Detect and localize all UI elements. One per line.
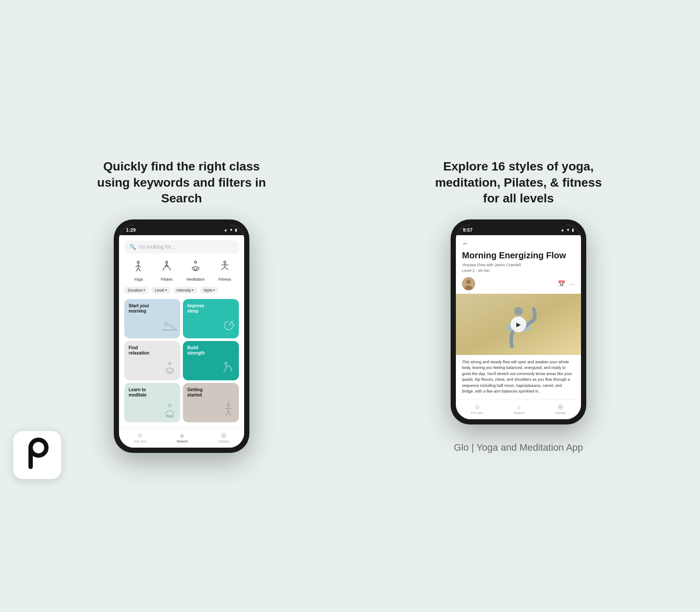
left-bottom-nav: ☺ For you ⌕ Search ◎ Library — [119, 428, 244, 448]
right-phone-screen: 9:57 ▲ ▼ ▮ ← Morning Energizing Flow Vin… — [456, 225, 581, 419]
wifi-icon: ▼ — [229, 228, 233, 232]
right-search-nav-icon: ⌕ — [517, 403, 521, 410]
card-build-strength-icon — [220, 360, 236, 378]
card-getting-started[interactable]: Gettingstarted — [183, 383, 239, 422]
filter-row: Duration Level Intensity Style — [124, 287, 239, 294]
card-find-relaxation-icon — [162, 360, 178, 378]
card-improve-sleep-title: Improvesleep — [187, 303, 234, 314]
category-yoga[interactable]: Yoga — [130, 259, 147, 282]
svg-point-0 — [137, 261, 140, 264]
search-input[interactable]: I'm looking for... — [139, 244, 175, 250]
calendar-icon[interactable]: 📅 — [558, 280, 565, 287]
svg-text:✦: ✦ — [233, 324, 235, 327]
search-bar[interactable]: 🔍 I'm looking for... — [124, 240, 239, 254]
right-status-bar: 9:57 ▲ ▼ ▮ — [456, 225, 581, 235]
filter-level[interactable]: Level — [151, 287, 171, 294]
instructor-avatar — [462, 277, 475, 290]
svg-point-23 — [227, 403, 229, 406]
svg-line-5 — [138, 268, 140, 271]
svg-point-8 — [195, 261, 197, 264]
class-description: This strong and steady flow will open an… — [456, 355, 581, 399]
class-thumbnail[interactable]: ▶ — [456, 294, 581, 355]
card-find-relaxation-title: Findrelaxation — [129, 345, 176, 356]
left-section: Quickly find the right class using keywo… — [22, 159, 341, 453]
fitness-icon — [217, 259, 233, 275]
svg-point-6 — [166, 261, 168, 264]
search-bar-icon: 🔍 — [130, 244, 136, 250]
card-improve-sleep[interactable]: Improvesleep ✦ ✦ ✦ — [183, 299, 239, 338]
app-icon — [13, 431, 61, 479]
card-start-morning-title: Start yourmorning — [129, 303, 176, 314]
filter-duration[interactable]: Duration — [124, 287, 149, 294]
card-start-morning[interactable]: Start yourmorning — [124, 299, 180, 338]
filter-style[interactable]: Style — [200, 287, 218, 294]
right-library-icon: ◎ — [558, 403, 563, 410]
right-status-icons: ▲ ▼ ▮ — [560, 228, 574, 232]
card-find-relaxation[interactable]: Findrelaxation — [124, 341, 180, 380]
pilates-icon — [158, 259, 175, 275]
svg-line-3 — [138, 265, 141, 267]
right-bottom-nav: ☺ For you ⌕ Search ◎ Library — [456, 399, 581, 419]
right-wifi-icon: ▼ — [566, 228, 570, 232]
svg-line-4 — [136, 268, 138, 271]
right-section: Explore 16 styles of yoga, meditation, P… — [359, 159, 678, 453]
right-nav-library[interactable]: ◎ Library — [555, 403, 566, 415]
category-row: Yoga Pilates — [124, 259, 239, 282]
library-label: Library — [218, 439, 229, 443]
meditation-icon — [187, 259, 204, 275]
svg-point-17 — [168, 362, 171, 365]
search-nav-icon: ⌕ — [180, 431, 184, 438]
nav-library[interactable]: ◎ Library — [218, 431, 229, 443]
right-phone: 9:57 ▲ ▼ ▮ ← Morning Energizing Flow Vin… — [451, 219, 586, 424]
search-screen: 🔍 I'm looking for... — [119, 235, 244, 428]
right-nav-for-you[interactable]: ☺ For you — [471, 403, 483, 415]
more-icon[interactable]: ··· — [570, 280, 575, 287]
for-you-icon: ☺ — [137, 431, 143, 438]
app-icon-symbol — [22, 435, 52, 475]
right-for-you-icon: ☺ — [474, 403, 480, 410]
card-build-strength[interactable]: Buildstrength — [183, 341, 239, 380]
card-learn-meditate-title: Learn tomeditate — [129, 387, 176, 398]
card-getting-started-title: Gettingstarted — [187, 387, 234, 398]
library-icon: ◎ — [221, 431, 226, 438]
right-for-you-label: For you — [471, 411, 483, 415]
back-button[interactable]: ← — [462, 240, 469, 247]
pilates-label: Pilates — [161, 277, 172, 282]
footer-tagline: Glo | Yoga and Meditation App — [454, 442, 583, 453]
fitness-label: Fitness — [218, 277, 231, 282]
left-phone: 1:29 ▲ ▼ ▮ 🔍 I'm looking for... — [114, 219, 249, 453]
signal-icon: ▲ — [224, 228, 228, 232]
card-learn-meditate[interactable]: Learn tomeditate — [124, 383, 180, 422]
right-status-time: 9:57 — [463, 227, 472, 233]
nav-for-you[interactable]: ☺ For you — [134, 431, 146, 443]
svg-text:✦: ✦ — [232, 320, 234, 322]
left-status-time: 1:29 — [126, 227, 136, 233]
category-meditation[interactable]: Meditation — [187, 259, 205, 282]
subtitle-line2: Level 2 · 45 min — [462, 268, 490, 273]
right-battery-icon: ▮ — [572, 228, 574, 232]
category-pilates[interactable]: Pilates — [158, 259, 175, 282]
svg-point-21 — [168, 404, 171, 407]
detail-header: ← — [456, 235, 581, 250]
left-status-bar: 1:29 ▲ ▼ ▮ — [119, 225, 244, 235]
filter-intensity[interactable]: Intensity — [173, 287, 198, 294]
card-grid: Start yourmorning Improvesleep — [124, 299, 239, 422]
detail-screen: ← Morning Energizing Flow Vinyasa Flow w… — [456, 235, 581, 399]
svg-point-20 — [225, 362, 227, 365]
class-subtitle: Vinyasa Flow with Jason Crandell Level 2… — [456, 262, 581, 277]
right-title: Explore 16 styles of yoga, meditation, P… — [427, 159, 610, 206]
svg-point-26 — [31, 440, 46, 456]
nav-search[interactable]: ⌕ Search — [177, 431, 188, 443]
category-fitness[interactable]: Fitness — [217, 259, 233, 282]
right-nav-search[interactable]: ⌕ Search — [514, 403, 525, 415]
right-search-nav-label: Search — [514, 411, 525, 415]
yoga-label: Yoga — [134, 277, 143, 282]
svg-point-32 — [514, 307, 523, 316]
main-container: Quickly find the right class using keywo… — [22, 159, 678, 453]
svg-point-29 — [466, 280, 471, 284]
meditation-label: Meditation — [187, 277, 205, 282]
play-button[interactable]: ▶ — [511, 316, 526, 332]
instructor-action-icons: 📅 ··· — [558, 280, 575, 287]
left-status-icons: ▲ ▼ ▮ — [224, 228, 237, 232]
card-build-strength-title: Buildstrength — [187, 345, 234, 356]
